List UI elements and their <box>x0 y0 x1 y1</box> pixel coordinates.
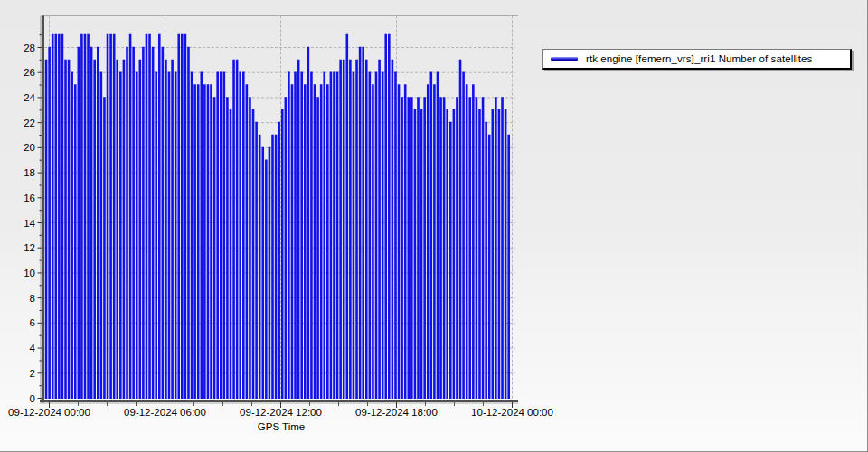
y-axis-line <box>42 16 44 403</box>
x-tick-label: 09-12-2024 06:00 <box>124 407 206 418</box>
y-tick-label: 2 <box>30 368 35 379</box>
y-tick-label: 24 <box>24 92 35 103</box>
y-tick-label: 4 <box>30 343 36 353</box>
legend-box: rtk engine [femern_vrs]_rri1 Number of s… <box>542 49 852 70</box>
y-tick-label: 6 <box>30 317 35 328</box>
y-tick-label: 26 <box>24 67 35 78</box>
y-tick-label: 18 <box>24 167 35 178</box>
x-tick-label: 09-12-2024 12:00 <box>240 407 322 418</box>
y-tick-label: 10 <box>24 268 35 278</box>
x-tick-label: 09-12-2024 18:00 <box>355 407 438 418</box>
y-tick-label: 16 <box>24 193 35 203</box>
x-axis-line <box>40 400 518 403</box>
chart-window: 024681012141618202224262809-12-2024 00:0… <box>0 0 868 452</box>
y-tick-label: 12 <box>24 242 35 253</box>
y-axis-shade <box>41 16 42 403</box>
y-tick-label: 14 <box>24 218 35 229</box>
x-tick-label: 09-12-2024 00:00 <box>8 407 90 418</box>
y-tick-label: 22 <box>24 118 35 128</box>
legend-line-sample-icon <box>551 57 578 61</box>
x-axis-title: GPS Time <box>258 421 305 432</box>
x-tick-label: 10-12-2024 00:00 <box>471 407 553 418</box>
data-series-line <box>46 35 510 399</box>
y-tick-label: 0 <box>30 393 35 404</box>
x-axis-shade <box>40 403 518 404</box>
y-tick-label: 28 <box>24 42 35 53</box>
y-tick-label: 8 <box>30 293 35 304</box>
legend-label: rtk engine [femern_vrs]_rri1 Number of s… <box>586 53 812 64</box>
y-tick-label: 20 <box>24 142 35 153</box>
